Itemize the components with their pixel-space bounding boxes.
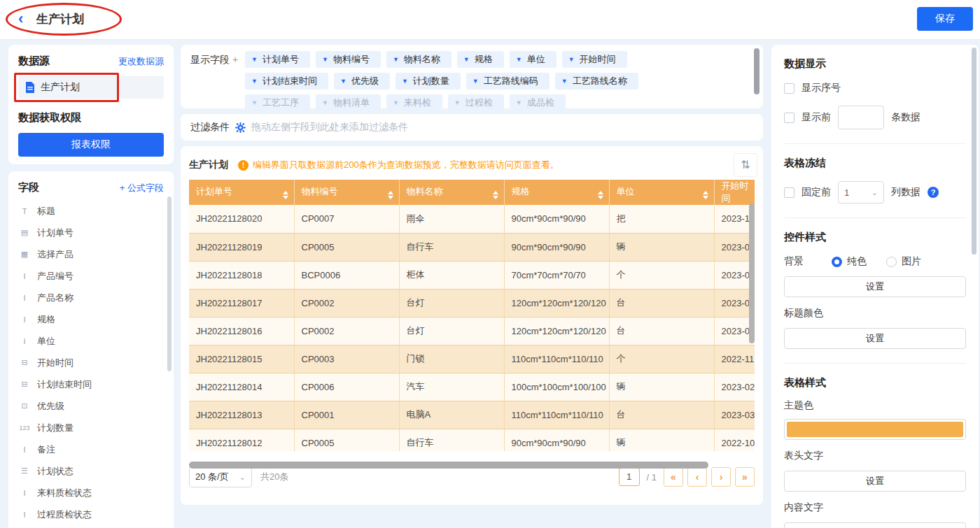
sort-toggle-button[interactable]: ⇅	[734, 153, 757, 177]
first-page-button[interactable]: «	[664, 467, 683, 487]
table-row[interactable]: JH20221128017CP0002台灯120cm*120cm*120/120…	[189, 289, 755, 317]
freeze-count-select[interactable]: 1 ⌄	[838, 181, 884, 204]
chevron-down-icon[interactable]: ▼	[251, 78, 258, 85]
field-item[interactable]: I过程质检状态	[18, 504, 164, 525]
field-item[interactable]: I产品编号	[18, 265, 164, 287]
chevron-down-icon[interactable]: ▼	[251, 56, 258, 63]
field-item[interactable]: I产品名称	[18, 287, 164, 308]
field-item[interactable]: I单位	[18, 330, 164, 352]
show-index-label: 显示序号	[802, 82, 841, 94]
table-row[interactable]: JH20221128019CP0005自行车90cm*90cm*90/90辆20…	[189, 233, 755, 261]
warning-icon: !	[238, 160, 248, 171]
page-size-select[interactable]: 20 条/页 ⌄	[189, 466, 252, 487]
sort-arrows-icon[interactable]	[283, 185, 288, 199]
chip-field[interactable]: ▼优先级	[334, 73, 390, 90]
chip-field-disabled[interactable]: ▼成品检	[510, 94, 566, 111]
chevron-down-icon[interactable]: ▼	[393, 56, 399, 63]
back-icon[interactable]: ‹	[18, 10, 23, 28]
sort-arrows-icon[interactable]	[703, 185, 708, 199]
chips-scrollbar[interactable]	[754, 48, 760, 94]
show-first-checkbox[interactable]	[784, 113, 794, 123]
chevron-down-icon[interactable]: ▼	[568, 56, 575, 63]
sort-arrows-icon[interactable]	[388, 185, 393, 199]
chip-field[interactable]: ▼工艺路线编码	[466, 73, 550, 90]
next-page-button[interactable]: ›	[711, 467, 731, 487]
current-page-box[interactable]: 1	[619, 468, 640, 486]
chip-field[interactable]: ▼规格	[457, 51, 504, 68]
chevron-down-icon[interactable]: ▼	[472, 78, 479, 85]
freeze-checkbox[interactable]	[784, 187, 794, 198]
column-header[interactable]: 计划单号	[189, 180, 294, 205]
field-item[interactable]: ☰计划状态	[18, 460, 164, 482]
chevron-down-icon[interactable]: ▼	[561, 78, 568, 85]
column-header[interactable]: 规格	[504, 180, 609, 205]
chevron-down-icon[interactable]: ▼	[402, 78, 408, 85]
freeze-title: 表格冻结	[784, 157, 966, 170]
column-header[interactable]: 物料名称	[399, 180, 504, 205]
show-index-checkbox[interactable]	[784, 83, 794, 94]
column-header[interactable]: 开始时间	[714, 180, 755, 205]
chip-field[interactable]: ▼计划结束时间	[245, 73, 328, 90]
chip-field[interactable]: ▼计划数量	[396, 73, 461, 90]
theme-color-picker[interactable]	[784, 419, 966, 440]
solid-color-radio[interactable]	[832, 257, 842, 267]
chevron-down-icon[interactable]: ▼	[340, 78, 346, 85]
add-display-field-button[interactable]: +	[232, 54, 238, 65]
settings-scrollbar[interactable]	[972, 48, 976, 255]
table-row[interactable]: JH20221128014CP0006汽车100cm*100cm*100/100…	[189, 373, 755, 401]
chevron-down-icon[interactable]: ▼	[463, 56, 470, 63]
table-row[interactable]: JH20221128013CP0001电脑A110cm*110cm*110/11…	[189, 401, 755, 429]
save-button[interactable]: 保存	[917, 7, 973, 31]
chip-field[interactable]: ▼开始时间	[562, 51, 627, 68]
sort-arrows-icon[interactable]	[493, 185, 498, 199]
table-row[interactable]: JH20221128018BCP0006柜体70cm*70cm*70/70个20…	[189, 261, 755, 289]
table-row[interactable]: JH20221128016CP0002台灯120cm*120cm*120/120…	[189, 317, 755, 345]
field-item[interactable]: ⊡优先级	[18, 395, 164, 417]
change-datasource-link[interactable]: 更改数据源	[118, 55, 164, 68]
field-item[interactable]: I规格	[18, 308, 164, 330]
chip-field-disabled[interactable]: ▼工艺工序	[245, 94, 310, 111]
sort-arrows-icon[interactable]	[598, 185, 603, 199]
chevron-down-icon[interactable]: ▼	[516, 56, 522, 63]
field-item[interactable]: I来料质检状态	[18, 482, 164, 504]
column-header[interactable]: 单位	[609, 180, 714, 205]
chevron-down-icon[interactable]: ▼	[322, 56, 328, 63]
field-item[interactable]: T标题	[18, 200, 164, 222]
filter-panel[interactable]: 过滤条件 拖动左侧字段到此处来添加过滤条件	[181, 114, 763, 141]
field-item[interactable]: ▤计划单号	[18, 222, 164, 243]
field-item[interactable]: I备注	[18, 438, 164, 460]
title-color-set-button[interactable]: 设置	[784, 328, 966, 349]
gear-icon[interactable]	[235, 122, 246, 133]
datasource-item[interactable]: 生产计划	[18, 76, 164, 99]
chip-field-disabled[interactable]: ▼来料检	[386, 94, 442, 111]
show-first-count-input[interactable]	[838, 106, 884, 129]
field-item[interactable]: 123计划数量	[18, 417, 164, 438]
chip-field-disabled[interactable]: ▼过程检	[448, 94, 504, 111]
chip-field[interactable]: ▼计划单号	[245, 51, 310, 68]
chip-field[interactable]: ▼单位	[510, 51, 556, 68]
chip-field[interactable]: ▼物料名称	[386, 51, 451, 68]
vertical-scrollbar[interactable]	[749, 204, 755, 343]
field-item[interactable]: ⊟计划结束时间	[18, 373, 164, 395]
last-page-button[interactable]: »	[735, 467, 755, 487]
image-radio[interactable]	[886, 257, 897, 267]
fields-scrollbar[interactable]	[167, 197, 172, 371]
table-row[interactable]: JH20221128020CP0007雨伞90cm*90cm*90/90把202…	[189, 205, 755, 233]
field-item[interactable]: ▦选择产品	[18, 243, 164, 265]
chip-field-disabled[interactable]: ▼物料清单	[316, 94, 381, 111]
header-text-set-button[interactable]: 设置	[784, 471, 966, 492]
chip-field[interactable]: ▼工艺路线名称	[555, 73, 638, 90]
column-header[interactable]: 物料编号	[294, 180, 399, 205]
table-row[interactable]: JH20221128012CP0005自行车90cm*90cm*90/90辆20…	[189, 429, 755, 451]
chip-field[interactable]: ▼物料编号	[316, 51, 381, 68]
report-permission-button[interactable]: 报表权限	[18, 133, 164, 157]
field-item[interactable]: ⊟开始时间	[18, 352, 164, 373]
content-text-set-button[interactable]: 设置	[784, 522, 966, 528]
table-row[interactable]: JH20221128015CP0003门锁110cm*110cm*110/110…	[189, 345, 755, 373]
help-icon[interactable]: ?	[927, 187, 939, 198]
prev-page-button[interactable]: ‹	[687, 467, 707, 487]
add-formula-field-link[interactable]: + 公式字段	[120, 182, 164, 194]
chip-label: 过程检	[465, 97, 493, 109]
horizontal-scrollbar[interactable]	[189, 462, 708, 469]
background-set-button[interactable]: 设置	[784, 276, 966, 297]
